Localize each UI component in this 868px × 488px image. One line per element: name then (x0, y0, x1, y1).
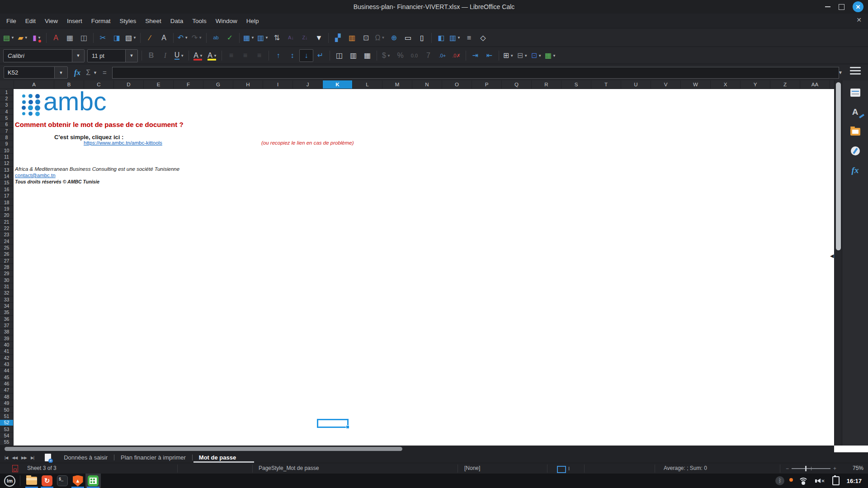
row-header-37[interactable]: 37 (0, 322, 14, 328)
styles-icon[interactable]: A (849, 106, 862, 118)
undo-icon[interactable]: ↶▼ (176, 32, 190, 44)
column-header-C[interactable]: C (84, 80, 114, 89)
insert-object-icon[interactable]: ⊡ (359, 32, 373, 44)
row-header-53[interactable]: 53 (0, 426, 14, 432)
column-header-N[interactable]: N (412, 80, 442, 89)
column-header-P[interactable]: P (472, 80, 502, 89)
insert-rows-icon[interactable]: ▦▼ (242, 32, 256, 44)
headers-footers-icon[interactable]: ≡ (462, 32, 476, 44)
row-header-11[interactable]: 11 (0, 154, 14, 160)
cut-icon[interactable]: ✂ (96, 32, 110, 44)
row-header-14[interactable]: 14 (0, 173, 14, 179)
wifi-icon[interactable] (799, 478, 808, 484)
row-header-12[interactable]: 12 (0, 160, 14, 167)
border-style-icon[interactable]: ⊟▼ (515, 49, 529, 62)
row-header-49[interactable]: 49 (0, 400, 14, 407)
sheet-tab-plan-financier-à-imprimer[interactable]: Plan financier à imprimer (114, 452, 192, 463)
column-header-F[interactable]: F (174, 80, 203, 89)
row-header-3[interactable]: 3 (0, 102, 14, 108)
row-header-39[interactable]: 39 (0, 335, 14, 342)
insert-columns-icon[interactable]: ▥▼ (256, 32, 270, 44)
row-header-30[interactable]: 30 (0, 277, 14, 283)
row-header-41[interactable]: 41 (0, 348, 14, 355)
document-modified-icon[interactable] (12, 465, 18, 472)
column-header-X[interactable]: X (711, 80, 741, 89)
menu-sheet[interactable]: Sheet (141, 14, 165, 28)
close-icon[interactable]: ✕ (853, 1, 863, 12)
insert-mode-indicator[interactable]: [None] (464, 465, 480, 471)
header-footer-page-icon[interactable]: ▯ (415, 32, 429, 44)
sheet-tab-données-à-saisir[interactable]: Données à saisir (57, 452, 114, 463)
row-header-51[interactable]: 51 (0, 413, 14, 419)
menu-view[interactable]: View (40, 14, 62, 28)
row-header-40[interactable]: 40 (0, 342, 14, 348)
column-header-I[interactable]: I (263, 80, 293, 89)
column-header-S[interactable]: S (561, 80, 591, 89)
zoom-level[interactable]: 75% (853, 465, 863, 471)
increase-indent-icon[interactable]: ⇥ (468, 49, 482, 62)
minimize-icon[interactable] (825, 6, 830, 7)
row-header-52[interactable]: 52 (0, 420, 14, 426)
chevron-down-icon[interactable]: ▼ (93, 70, 97, 75)
row-header-46[interactable]: 46 (0, 380, 14, 387)
save-icon[interactable]: ▮▼ (30, 32, 44, 44)
menu-file[interactable]: File (2, 14, 21, 28)
row-header-16[interactable]: 16 (0, 186, 14, 192)
functions-icon[interactable]: fx (849, 164, 862, 176)
copy-icon[interactable]: ◨ (110, 32, 124, 44)
row-header-28[interactable]: 28 (0, 264, 14, 270)
column-header-B[interactable]: B (54, 80, 84, 89)
close-document-icon[interactable]: ✕ (856, 16, 862, 23)
formula-input[interactable] (112, 67, 839, 79)
aggregate-info[interactable]: Average: ; Sum: 0 (664, 465, 707, 471)
libreoffice-calc-icon[interactable] (85, 474, 101, 488)
row-header-9[interactable]: 9 (0, 141, 14, 147)
paste-icon[interactable]: ▧▼ (124, 32, 138, 44)
print-preview-icon[interactable]: ◫ (77, 32, 91, 44)
autofilter-icon[interactable]: ▼ (312, 32, 326, 44)
column-header-W[interactable]: W (681, 80, 711, 89)
align-top-icon[interactable]: ↑ (271, 49, 285, 62)
column-header-H[interactable]: H (233, 80, 263, 89)
row-header-8[interactable]: 8 (0, 134, 14, 141)
chevron-down-icon[interactable]: ▼ (72, 50, 84, 62)
hide-sidebar-arrow-icon[interactable]: ◀ (830, 253, 834, 259)
split-window-icon[interactable]: ▥▼ (448, 32, 462, 44)
row-header-25[interactable]: 25 (0, 244, 14, 251)
kittools-link[interactable]: https://www.ambc.tn/ambc-kittools (84, 140, 162, 145)
align-left-icon[interactable]: ≡ (224, 49, 238, 62)
row-header-55[interactable]: 55 (0, 439, 14, 446)
vertical-scrollbar[interactable] (834, 80, 842, 446)
column-header-K[interactable]: K (323, 80, 353, 89)
delete-decimal-icon[interactable]: .0✗ (449, 49, 463, 62)
software-updater-icon[interactable]: ↻ (39, 474, 55, 488)
row-header-36[interactable]: 36 (0, 316, 14, 322)
font-color-icon[interactable]: A▼ (191, 49, 205, 62)
number-format-icon[interactable]: 0.0 (407, 49, 421, 62)
function-wizard-icon[interactable]: fx (74, 68, 80, 77)
zoom-out-icon[interactable]: − (786, 465, 789, 472)
row-header-48[interactable]: 48 (0, 394, 14, 400)
expand-formula-bar-icon[interactable]: ▼ (838, 70, 843, 75)
row-header-43[interactable]: 43 (0, 361, 14, 367)
row-header-54[interactable]: 54 (0, 432, 14, 439)
menu-window[interactable]: Window (211, 14, 242, 28)
row-header-15[interactable]: 15 (0, 180, 14, 186)
row-header-5[interactable]: 5 (0, 115, 14, 121)
column-header-Q[interactable]: Q (502, 80, 532, 89)
row-header-24[interactable]: 24 (0, 238, 14, 244)
insert-sheet-icon[interactable] (45, 454, 51, 461)
clone-formatting-icon[interactable]: ∕ (143, 32, 157, 44)
cell-cursor-K52[interactable] (317, 419, 349, 428)
print-icon[interactable]: ▦ (63, 32, 77, 44)
row-header-27[interactable]: 27 (0, 258, 14, 264)
chevron-down-icon[interactable]: ▼ (54, 67, 67, 78)
currency-format-icon[interactable]: $▼ (379, 49, 393, 62)
unmerge-cells-icon[interactable]: ▦ (360, 49, 374, 62)
previous-sheet-icon[interactable]: ◀◀ (12, 455, 17, 460)
sheet-canvas[interactable]: ambc Comment obtenir le mot de passe de … (14, 89, 834, 446)
conditional-formatting-icon[interactable]: ▦▼ (543, 49, 557, 62)
open-icon[interactable]: ▰▼ (16, 32, 30, 44)
row-header-29[interactable]: 29 (0, 271, 14, 277)
row-header-22[interactable]: 22 (0, 225, 14, 231)
